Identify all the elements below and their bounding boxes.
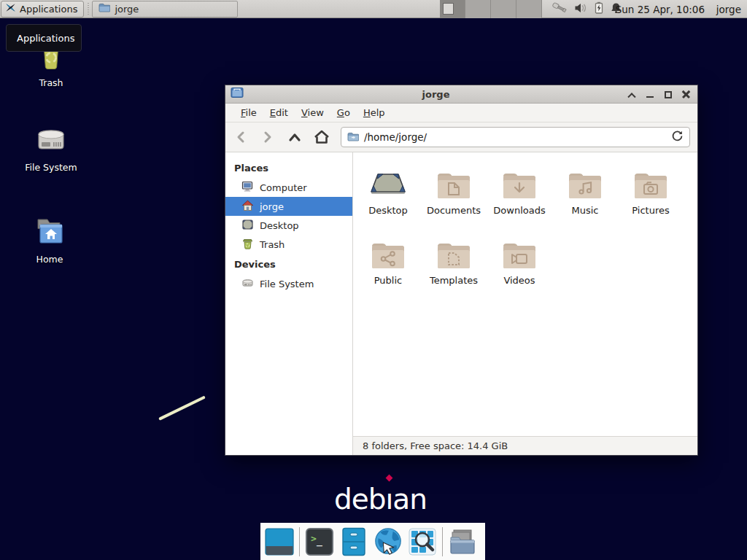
sidebar-header-places: Places <box>225 158 352 178</box>
address-bar[interactable]: /home/jorge/ <box>341 127 690 147</box>
sidebar-item-desktop[interactable]: Desktop <box>225 216 352 235</box>
file-item-videos[interactable]: Videos <box>487 232 552 302</box>
minimize-button[interactable] <box>645 90 654 99</box>
workspace-switcher <box>440 0 542 18</box>
sidebar-item-file-system[interactable]: File System <box>225 274 352 293</box>
file-view: Desktop Documents <box>353 152 697 455</box>
taskbar-window-button[interactable]: jorge <box>92 1 238 18</box>
file-item-templates[interactable]: Templates <box>421 232 487 302</box>
svg-text:>: > <box>311 533 317 544</box>
panel-username[interactable]: jorge <box>716 0 741 18</box>
address-input[interactable]: /home/jorge/ <box>364 131 666 143</box>
reload-icon[interactable] <box>671 130 684 145</box>
window-titlebar[interactable]: jorge <box>225 85 697 104</box>
trash-icon <box>241 238 254 252</box>
sidebar-item-label: Desktop <box>260 220 299 231</box>
desktop-folder-icon <box>369 162 407 200</box>
terminal-button[interactable]: > _ <box>305 527 334 556</box>
window-folder-icon <box>231 87 244 101</box>
workspace-3[interactable] <box>491 0 516 18</box>
sidebar-item-label: Trash <box>260 239 285 250</box>
sidebar-item-trash[interactable]: Trash <box>225 235 352 254</box>
file-item-label: Downloads <box>493 205 545 216</box>
back-button[interactable] <box>233 128 249 146</box>
file-item-label: Pictures <box>632 205 669 216</box>
battery-icon[interactable] <box>594 1 604 17</box>
file-manager-window: jorge File Edit View Go Help <box>225 85 698 456</box>
maximize-button[interactable] <box>663 90 673 99</box>
public-folder-icon <box>371 232 405 270</box>
settings-tool-icon[interactable] <box>551 1 568 18</box>
file-item-pictures[interactable]: Pictures <box>618 162 684 232</box>
menu-file[interactable]: File <box>236 107 262 118</box>
folder-shortcut-button[interactable] <box>448 527 477 556</box>
home-button[interactable] <box>314 128 330 146</box>
svg-text:_: _ <box>317 535 322 547</box>
sidebar-header-devices: Devices <box>225 254 352 274</box>
file-item-music[interactable]: Music <box>552 162 618 232</box>
file-item-desktop[interactable]: Desktop <box>355 162 421 232</box>
status-text: 8 folders, Free space: 14.4 GiB <box>363 440 508 451</box>
desktop-icon <box>241 219 254 233</box>
menu-edit[interactable]: Edit <box>265 107 293 118</box>
toolbar: /home/jorge/ <box>225 122 697 152</box>
status-bar: 8 folders, Free space: 14.4 GiB <box>353 436 697 455</box>
workspace-4[interactable] <box>516 0 542 18</box>
menu-view[interactable]: View <box>296 107 329 118</box>
home-icon <box>241 200 254 214</box>
home-folder-icon <box>33 216 66 251</box>
sidebar-item-computer[interactable]: Computer <box>225 178 352 197</box>
documents-folder-icon <box>437 162 471 200</box>
file-item-downloads[interactable]: Downloads <box>487 162 552 232</box>
window-title: jorge <box>247 89 624 100</box>
shade-button[interactable] <box>627 90 636 99</box>
debian-logo: debıan <box>334 483 427 516</box>
folder-icon <box>98 3 110 15</box>
top-panel: Applications jorge <box>0 0 747 18</box>
panel-clock[interactable]: Sun 25 Apr, 10:06 <box>616 0 705 18</box>
web-browser-button[interactable] <box>374 527 403 556</box>
menu-bar: File Edit View Go Help <box>225 104 697 122</box>
file-item-label: Desktop <box>368 205 408 216</box>
file-item-label: Public <box>374 275 402 286</box>
volume-icon[interactable] <box>574 2 587 17</box>
up-button[interactable] <box>287 128 303 146</box>
music-folder-icon <box>568 162 602 200</box>
hard-drive-icon <box>34 124 68 159</box>
computer-icon <box>241 181 254 195</box>
window-controls <box>627 85 691 104</box>
bottom-dock: > _ <box>260 523 485 560</box>
downloads-folder-icon <box>503 162 536 200</box>
forward-button[interactable] <box>260 128 276 146</box>
desktop-icon-file-system[interactable]: File System <box>16 124 86 173</box>
sidebar-item-jorge[interactable]: jorge <box>225 197 352 216</box>
close-button[interactable] <box>681 90 691 99</box>
application-finder-button[interactable] <box>408 527 437 556</box>
file-item-documents[interactable]: Documents <box>421 162 487 232</box>
debian-logo-diamond <box>385 475 392 482</box>
dock-separator <box>442 527 443 556</box>
file-item-label: Music <box>572 205 599 216</box>
applications-menu-label: Applications <box>20 4 77 15</box>
file-grid: Desktop Documents <box>353 152 697 436</box>
drive-icon <box>241 277 254 291</box>
desktop-icon-label: File System <box>25 162 77 173</box>
workspace-1[interactable] <box>440 0 465 18</box>
workspace-2[interactable] <box>465 0 491 18</box>
menu-go[interactable]: Go <box>332 107 355 118</box>
templates-folder-icon <box>437 232 471 270</box>
desktop-icon-home[interactable]: Home <box>15 216 85 265</box>
menu-help[interactable]: Help <box>358 107 390 118</box>
applications-menu-button[interactable]: Applications <box>1 1 84 18</box>
taskbar-window-label: jorge <box>115 4 139 15</box>
desktop-icon-label: Trash <box>39 77 63 88</box>
applications-menu-icon <box>4 1 17 16</box>
file-item-label: Templates <box>430 275 478 286</box>
show-desktop-button[interactable] <box>265 527 294 556</box>
window-body: Places Computer <box>225 152 697 455</box>
file-item-public[interactable]: Public <box>355 232 421 302</box>
file-manager-button[interactable] <box>339 527 368 556</box>
panel-handle[interactable] <box>86 3 90 15</box>
system-tray <box>551 0 622 18</box>
dock-separator <box>299 527 300 556</box>
